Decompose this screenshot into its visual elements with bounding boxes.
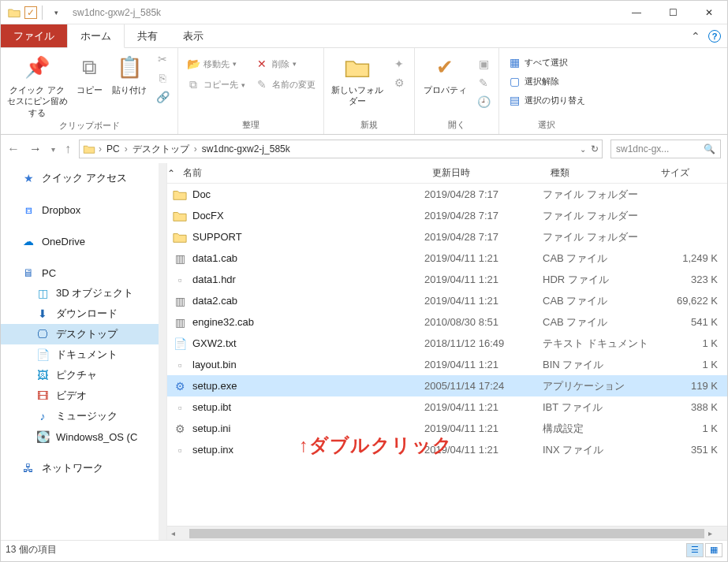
sidebar-downloads[interactable]: ⬇ダウンロード <box>1 303 159 324</box>
horizontal-scrollbar[interactable]: ◂ ▸ <box>167 526 727 540</box>
file-row[interactable]: ▥data2.cab2019/04/11 1:21CAB ファイル69,622 … <box>167 290 727 311</box>
file-size: 351 K <box>653 444 727 456</box>
file-row[interactable]: ▫setup.inx2019/04/11 1:21INX ファイル351 K <box>167 439 727 460</box>
sidebar-quickaccess[interactable]: ★クイック アクセス <box>1 168 159 188</box>
selectall-button[interactable]: ▦すべて選択 <box>504 54 588 70</box>
file-size: 1 K <box>653 337 727 349</box>
cut-button[interactable]: ✂ <box>152 51 173 67</box>
crumb-folder[interactable]: sw1dnc-gxw2-j_585k <box>200 143 292 154</box>
addr-dropdown[interactable]: ⌄ <box>580 145 586 154</box>
properties-icon: ✔ <box>436 54 454 81</box>
tab-home[interactable]: ホーム <box>67 24 125 48</box>
copy-path-button[interactable]: ⎘ <box>152 70 173 86</box>
file-type: HDR ファイル <box>543 273 653 287</box>
file-row[interactable]: Doc2019/04/28 7:17ファイル フォルダー <box>167 184 727 205</box>
file-icon: ▫ <box>167 271 192 288</box>
file-size: 1 K <box>653 422 727 434</box>
file-row[interactable]: 📄GXW2.txt2018/11/12 16:49テキスト ドキュメント1 K <box>167 333 727 354</box>
qat-dropdown-icon[interactable]: ▾ <box>47 4 65 21</box>
col-size[interactable]: サイズ <box>661 166 727 180</box>
ribbon-tabs: ファイル ホーム 共有 表示 ⌃ ? <box>1 24 727 48</box>
sidebar-3dobjects[interactable]: ◫3D オブジェクト <box>1 283 159 303</box>
file-date: 2019/04/11 1:21 <box>424 444 543 456</box>
sidebar-music[interactable]: ♪ミュージック <box>1 406 159 426</box>
easyaccess-button[interactable]: ⚙ <box>389 75 409 91</box>
ribbon-collapse-icon[interactable]: ⌃ <box>691 30 700 43</box>
edit-button[interactable]: ✎ <box>473 75 494 91</box>
sidebar-osdrive[interactable]: 💽Windows8_OS (C <box>1 426 159 447</box>
file-name: setup.exe <box>192 380 424 392</box>
open-button[interactable]: ▣ <box>473 56 494 72</box>
search-box[interactable]: sw1dnc-gx... 🔍 <box>610 140 721 158</box>
maximize-button[interactable]: ☐ <box>655 1 691 24</box>
rename-button[interactable]: ✎名前の変更 <box>252 76 319 92</box>
selectinvert-button[interactable]: ▤選択の切り替え <box>504 92 588 108</box>
delete-button[interactable]: ✕削除▾ <box>252 56 319 72</box>
sidebar-dropbox[interactable]: ⧈Dropbox <box>1 199 159 220</box>
up-button[interactable]: ↑ <box>65 142 71 156</box>
selectinvert-icon: ▤ <box>507 94 521 106</box>
status-bar: 13 個の項目 ☰ ▦ <box>1 540 727 559</box>
copy-button[interactable]: ⧉ コピー <box>72 51 106 95</box>
crumb-desktop[interactable]: デスクトップ <box>131 143 191 156</box>
qat-check-icon[interactable]: ✓ <box>24 6 37 19</box>
view-details-button[interactable]: ☰ <box>686 543 704 557</box>
pin-icon: 📌 <box>24 54 50 81</box>
file-row[interactable]: ▥engine32.cab2010/08/30 8:51CAB ファイル541 … <box>167 311 727 333</box>
file-row[interactable]: ⚙setup.exe2005/11/14 17:24アプリケーション119 K <box>167 375 727 396</box>
tab-file[interactable]: ファイル <box>1 24 67 47</box>
rename-icon: ✎ <box>255 78 269 91</box>
file-date: 2019/04/11 1:21 <box>424 359 543 370</box>
paste-button[interactable]: 📋 貼り付け <box>110 51 149 95</box>
file-row[interactable]: ▫layout.bin2019/04/11 1:21BIN ファイル1 K <box>167 354 727 375</box>
paste-label: 貼り付け <box>112 84 147 95</box>
file-name: Doc <box>192 188 424 200</box>
refresh-button[interactable]: ↻ <box>591 143 599 154</box>
edit-icon: ✎ <box>476 76 491 89</box>
file-date: 2019/04/28 7:17 <box>424 231 543 243</box>
file-row[interactable]: ⚙setup.ini2019/04/11 1:21構成設定1 K <box>167 418 727 439</box>
moveto-button[interactable]: 📂移動先▾ <box>183 56 248 72</box>
address-bar[interactable]: › PC › デスクトップ › sw1dnc-gxw2-j_585k ⌄ ↻ <box>79 140 603 158</box>
pin-button[interactable]: 📌 クイック アクセスにピン留めする <box>6 51 69 118</box>
forward-button[interactable]: → <box>29 142 42 156</box>
selectnone-button[interactable]: ▢選択解除 <box>504 73 588 89</box>
file-row[interactable]: ▥data1.cab2019/04/11 1:21CAB ファイル1,249 K <box>167 248 727 269</box>
back-button[interactable]: ← <box>7 142 20 156</box>
file-row[interactable]: DocFX2019/04/28 7:17ファイル フォルダー <box>167 205 727 226</box>
crumb-pc[interactable]: PC <box>105 143 121 154</box>
file-row[interactable]: SUPPORT2019/04/28 7:17ファイル フォルダー <box>167 226 727 248</box>
history-button[interactable]: 🕘 <box>473 94 494 110</box>
organize-group-label: 整理 <box>183 117 319 132</box>
newfolder-button[interactable]: 新しいフォルダー <box>329 51 386 107</box>
minimize-button[interactable]: — <box>618 1 655 24</box>
col-date[interactable]: 更新日時 <box>432 166 551 180</box>
col-type[interactable]: 種類 <box>551 166 661 180</box>
view-icons-button[interactable]: ▦ <box>705 543 722 557</box>
history-dropdown[interactable]: ▾ <box>51 145 55 154</box>
newitem-button[interactable]: ✦ <box>389 56 409 72</box>
close-button[interactable]: ✕ <box>691 1 727 24</box>
help-icon[interactable]: ? <box>708 30 721 43</box>
file-type: ファイル フォルダー <box>543 209 653 223</box>
properties-button[interactable]: ✔ プロパティ <box>420 51 470 95</box>
copyto-button[interactable]: ⧉コピー先▾ <box>183 76 248 93</box>
sidebar-pc[interactable]: 🖥PC <box>1 262 159 283</box>
sidebar-videos[interactable]: 🎞ビデオ <box>1 385 159 406</box>
sidebar-pictures[interactable]: 🖼ピクチャ <box>1 365 159 385</box>
sidebar-scrollbar[interactable] <box>159 163 166 540</box>
col-name[interactable]: 名前 <box>175 166 432 180</box>
sidebar-network[interactable]: 🖧ネットワーク <box>1 458 159 478</box>
sidebar-desktop[interactable]: 🖵デスクトップ <box>1 324 159 344</box>
file-type: CAB ファイル <box>543 294 653 308</box>
file-row[interactable]: ▫data1.hdr2019/04/11 1:21HDR ファイル323 K <box>167 269 727 290</box>
new-group-label: 新規 <box>329 117 409 132</box>
tab-view[interactable]: 表示 <box>170 24 216 47</box>
sidebar-documents[interactable]: 📄ドキュメント <box>1 344 159 365</box>
paste-shortcut-button[interactable]: 🔗 <box>152 89 173 105</box>
tab-share[interactable]: 共有 <box>125 24 170 47</box>
qat-folder-icon[interactable] <box>6 4 23 21</box>
sidebar-onedrive[interactable]: ☁OneDrive <box>1 231 159 251</box>
file-row[interactable]: ▫setup.ibt2019/04/11 1:21IBT ファイル388 K <box>167 396 727 418</box>
file-type: BIN ファイル <box>543 358 653 372</box>
